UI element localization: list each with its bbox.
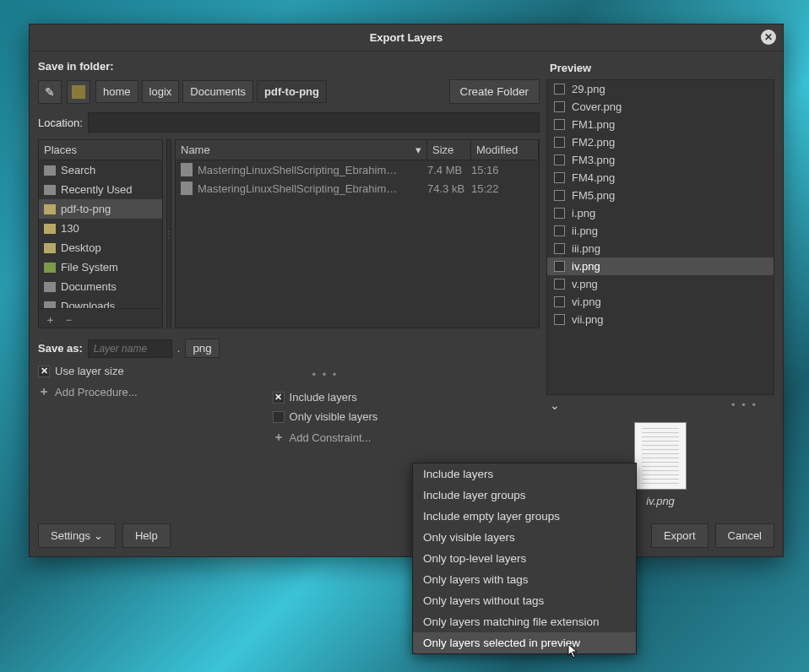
place-item[interactable]: 130	[39, 219, 162, 238]
menu-item[interactable]: Include layers	[413, 463, 636, 485]
place-label: File System	[61, 261, 118, 274]
menu-item[interactable]: Only layers selected in preview	[413, 632, 636, 653]
place-item[interactable]: Desktop	[39, 238, 162, 257]
checkbox-icon[interactable]	[554, 154, 565, 165]
checkbox-icon[interactable]	[554, 296, 565, 307]
place-item[interactable]: Downloads	[39, 296, 162, 308]
checkbox-icon[interactable]	[554, 101, 565, 112]
checkbox-icon[interactable]	[554, 208, 565, 219]
close-icon: ✕	[764, 31, 773, 43]
place-item[interactable]: Recently Used	[39, 180, 162, 199]
checkbox-icon[interactable]	[554, 84, 565, 95]
preview-item[interactable]: vi.png	[547, 293, 774, 311]
plus-icon: ＋	[273, 430, 285, 445]
menu-item[interactable]: Only layers without tags	[413, 590, 636, 611]
checkbox-icon[interactable]	[554, 261, 565, 272]
preview-item[interactable]: v.png	[547, 275, 774, 293]
preview-item[interactable]: FM5.png	[547, 187, 774, 204]
create-folder-button[interactable]: Create Folder	[449, 79, 540, 104]
cancel-button[interactable]: Cancel	[715, 523, 774, 548]
options-drag-handle[interactable]: • • •	[273, 368, 378, 381]
checkbox-icon[interactable]	[554, 314, 565, 325]
preview-item[interactable]: 29.png	[547, 80, 774, 98]
breadcrumb-segment[interactable]: Documents	[182, 80, 253, 103]
checkbox-icon[interactable]	[554, 190, 565, 201]
breadcrumb-segment[interactable]: home	[95, 80, 138, 103]
preview-item-label: FM4.png	[572, 171, 615, 184]
menu-item[interactable]: Include empty layer groups	[413, 506, 636, 527]
disk-icon	[44, 263, 56, 273]
place-label: Recently Used	[61, 183, 133, 196]
file-row[interactable]: MasteringLinuxShellScripting_Ebrahim…74.…	[176, 179, 539, 198]
menu-item[interactable]: Only top-level layers	[413, 548, 636, 569]
add-procedure-button[interactable]: ＋ Add Procedure...	[38, 384, 138, 399]
place-item[interactable]: Documents	[39, 277, 162, 296]
close-button[interactable]: ✕	[761, 30, 776, 45]
preview-item[interactable]: iii.png	[547, 240, 774, 257]
preview-item[interactable]: i.png	[547, 204, 774, 222]
preview-list[interactable]: 29.pngCover.pngFM1.pngFM2.pngFM3.pngFM4.…	[546, 79, 774, 395]
preview-item-label: 29.png	[572, 83, 605, 95]
checkbox-icon[interactable]	[554, 119, 565, 130]
add-constraint-button[interactable]: ＋ Add Constraint...	[273, 430, 378, 445]
preview-drag-handle[interactable]: • • •	[731, 398, 757, 412]
preview-item-label: ii.png	[572, 225, 598, 237]
add-bookmark-button[interactable]: ＋	[42, 312, 57, 324]
checkbox-icon[interactable]	[554, 137, 565, 148]
constraint-context-menu: Include layersInclude layer groupsInclud…	[412, 463, 637, 654]
edit-path-button[interactable]: ✎	[38, 80, 62, 104]
place-item[interactable]: File System	[39, 257, 162, 277]
preview-thumbnail	[634, 422, 687, 490]
folder-gray-icon	[44, 301, 56, 309]
column-modified[interactable]: Modified	[471, 140, 539, 160]
file-row[interactable]: MasteringLinuxShellScripting_Ebrahim…7.4…	[176, 160, 539, 179]
checkbox-icon[interactable]	[554, 279, 565, 290]
preview-item[interactable]: FM3.png	[547, 151, 774, 169]
checkbox-icon[interactable]	[554, 225, 565, 236]
file-modified: 15:16	[471, 164, 534, 176]
preview-item[interactable]: Cover.png	[547, 98, 774, 116]
breadcrumb-segment[interactable]: pdf-to-png	[257, 80, 327, 103]
help-button[interactable]: Help	[122, 523, 171, 548]
breadcrumb-segment[interactable]: logix	[142, 80, 180, 103]
preview-item[interactable]: FM2.png	[547, 133, 774, 151]
menu-item[interactable]: Only layers matching file extension	[413, 611, 636, 632]
menu-item[interactable]: Include layer groups	[413, 485, 636, 506]
pane-resize-handle[interactable]: ⋮	[166, 139, 171, 328]
menu-item[interactable]: Only visible layers	[413, 527, 636, 548]
plus-icon: ＋	[38, 384, 50, 399]
breadcrumb-list: homelogixDocumentspdf-to-png	[95, 80, 327, 103]
root-button[interactable]	[67, 80, 90, 104]
settings-button[interactable]: Settings ⌄	[38, 523, 116, 548]
column-name[interactable]: Name ▾	[176, 140, 427, 160]
preview-item[interactable]: FM1.png	[547, 116, 774, 133]
preview-item[interactable]: iv.png	[547, 257, 774, 275]
preview-item-label: iv.png	[572, 260, 600, 273]
preview-item[interactable]: ii.png	[547, 222, 774, 240]
place-item[interactable]: Search	[39, 160, 162, 180]
filename-input[interactable]	[88, 339, 172, 358]
preview-item[interactable]: FM4.png	[547, 169, 774, 187]
checkbox-icon[interactable]	[554, 243, 565, 254]
remove-bookmark-button[interactable]: －	[61, 312, 76, 324]
preview-footer: ⌄ • • •	[546, 395, 774, 415]
file-size: 74.3 kB	[427, 182, 471, 195]
include-layers-checkbox[interactable]: ✕ Include layers	[273, 391, 378, 404]
chevron-down-icon[interactable]: ⌄	[550, 398, 560, 412]
folder-gray-icon	[44, 282, 56, 292]
preview-item[interactable]: vii.png	[547, 311, 774, 328]
only-visible-layers-checkbox[interactable]: ✕ Only visible layers	[273, 410, 378, 423]
location-input[interactable]	[88, 112, 540, 133]
preview-item-label: FM3.png	[572, 154, 615, 166]
checkbox-icon[interactable]	[554, 172, 565, 183]
use-layer-size-checkbox[interactable]: ✕ Use layer size	[38, 365, 138, 377]
export-button[interactable]: Export	[651, 523, 709, 548]
left-pane: Save in folder: ✎ homelogixDocumentspdf-…	[38, 60, 540, 515]
file-name: MasteringLinuxShellScripting_Ebrahim…	[198, 164, 427, 176]
place-item[interactable]: pdf-to-png	[39, 199, 162, 219]
checkbox-checked-icon: ✕	[38, 366, 50, 377]
extension-button[interactable]: png	[185, 339, 219, 358]
column-size[interactable]: Size	[427, 140, 471, 160]
preview-item-label: FM2.png	[572, 136, 615, 149]
menu-item[interactable]: Only layers with tags	[413, 569, 636, 590]
